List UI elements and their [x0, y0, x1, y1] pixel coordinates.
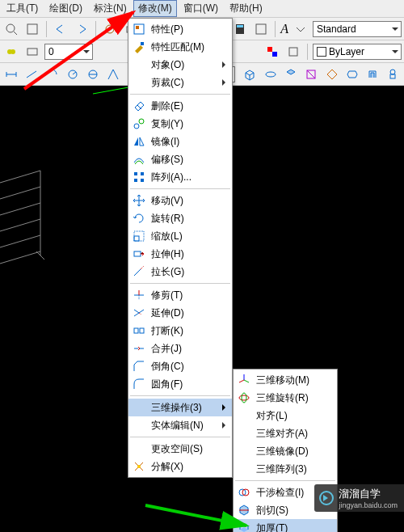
ortho-icon[interactable] [23, 20, 41, 38]
svg-line-32 [0, 187, 40, 199]
layer-combo[interactable]: 0 [44, 44, 93, 60]
join-icon [132, 341, 146, 356]
mi-mirror3d[interactable]: 三维镜像(D) [234, 442, 337, 460]
svg-line-68 [239, 380, 244, 382]
3d-icon[interactable] [364, 65, 381, 83]
text-style-combo[interactable]: Standard [313, 21, 402, 37]
text-style-value: Standard [317, 23, 356, 35]
3d-icon[interactable] [242, 65, 259, 83]
mi-chspace[interactable]: 更改空间(S) [128, 440, 232, 458]
svg-rect-48 [134, 179, 137, 182]
svg-rect-42 [141, 42, 144, 45]
mi-align[interactable]: 对齐(L) [234, 407, 337, 424]
mi-chamfer[interactable]: 倒角(C) [128, 357, 232, 375]
mi-lengthen[interactable]: 拉长(G) [128, 263, 232, 281]
mi-join[interactable]: 合并(J) [128, 340, 232, 357]
mi-explode[interactable]: 分解(X) [128, 458, 232, 475]
mi-copy[interactable]: 复制(Y) [128, 115, 232, 133]
mi-mirror[interactable]: 镜像(I) [128, 133, 232, 150]
style-dropdown-btn[interactable] [292, 20, 309, 38]
svg-point-70 [242, 393, 246, 403]
matchprop-icon [132, 40, 146, 54]
separator [95, 21, 96, 37]
redo-icon[interactable] [73, 20, 90, 38]
menu-tools[interactable]: 工具(T) [2, 0, 43, 17]
mi-stretch[interactable]: 拉伸(H) [128, 245, 232, 263]
mi-rotate3d[interactable]: 三维旋转(R) [234, 389, 337, 407]
svg-point-0 [6, 24, 15, 32]
mi-solidedit[interactable]: 实体编辑(N) [128, 416, 232, 434]
dim-icon[interactable] [23, 65, 40, 83]
action-icon[interactable] [101, 20, 119, 38]
chamfer-icon [132, 359, 146, 374]
3d-icon[interactable] [262, 65, 279, 83]
svg-point-9 [11, 49, 15, 54]
mi-move[interactable]: 移动(V) [128, 192, 232, 209]
rotate-icon [132, 211, 146, 226]
color-icon[interactable] [284, 43, 302, 61]
mi-extend[interactable]: 延伸(D) [128, 304, 232, 322]
mi-properties[interactable]: 特性(P) [128, 20, 232, 38]
mi-object[interactable]: 对象(O) [128, 56, 232, 74]
separator [46, 21, 47, 37]
color-combo[interactable]: ByLayer [313, 44, 402, 60]
find-icon[interactable] [2, 20, 20, 38]
dim-icon[interactable] [2, 65, 19, 83]
watermark-title: 溜溜自学 [339, 488, 381, 500]
mi-align3d[interactable]: 三维对齐(A) [234, 424, 337, 442]
3d-icon[interactable] [385, 65, 402, 83]
svg-line-28 [307, 70, 315, 78]
svg-rect-47 [141, 172, 144, 175]
svg-rect-2 [27, 24, 37, 34]
color-swatch [317, 47, 326, 57]
dim-icon[interactable] [64, 65, 81, 83]
svg-line-31 [0, 171, 40, 183]
mi-move3d[interactable]: 三维移动(M) [234, 371, 337, 389]
menu-help[interactable]: 帮助(H) [225, 0, 267, 17]
menu-modify[interactable]: 修改(M) [133, 0, 177, 17]
dim-icon[interactable] [84, 65, 101, 83]
color-value: ByLayer [329, 46, 364, 57]
svg-rect-61 [134, 328, 138, 333]
mi-clip[interactable]: 剪裁(C) [128, 74, 232, 91]
mi-offset[interactable]: 偏移(S) [128, 150, 232, 168]
color-icon[interactable] [263, 43, 281, 61]
menu-annotate[interactable]: 标注(N) [89, 0, 132, 17]
layer-value: 0 [48, 46, 54, 57]
play-icon [319, 491, 334, 505]
dim-icon[interactable] [104, 65, 121, 83]
3d-icon[interactable] [343, 65, 360, 83]
slice-icon [237, 503, 251, 517]
3d-icon[interactable] [303, 65, 320, 83]
mi-fillet[interactable]: 圆角(F) [128, 375, 232, 393]
modify-dropdown: 特性(P) 特性匹配(M) 对象(O) 剪裁(C) 删除(E) 复制(Y) 镜像… [128, 18, 233, 478]
menu-window[interactable]: 窗口(W) [179, 0, 223, 17]
mi-matchprop[interactable]: 特性匹配(M) [128, 38, 232, 56]
mi-3dops[interactable]: 三维操作(3) [128, 399, 232, 416]
svg-point-44 [134, 124, 139, 129]
3d-icon[interactable] [282, 65, 299, 83]
mi-array3d[interactable]: 三维阵列(3) [234, 460, 337, 478]
undo-icon[interactable] [52, 20, 69, 38]
menu-draw[interactable]: 绘图(D) [44, 0, 87, 17]
mi-break[interactable]: 打断(K) [128, 322, 232, 340]
svg-rect-41 [136, 26, 139, 29]
svg-rect-10 [27, 49, 37, 55]
dim-icon[interactable] [44, 65, 61, 83]
svg-point-29 [390, 70, 395, 74]
mi-trim[interactable]: 修剪(T) [128, 286, 232, 304]
svg-rect-13 [289, 48, 297, 56]
svg-rect-46 [134, 172, 137, 175]
layer-prop-icon[interactable] [23, 43, 41, 61]
palette-icon[interactable] [252, 20, 270, 38]
svg-point-65 [137, 465, 141, 468]
mi-thicken[interactable]: 加厚(T) [234, 519, 337, 532]
3d-icon[interactable] [323, 65, 340, 83]
offset-icon [132, 152, 146, 167]
mi-rotate[interactable]: 旋转(R) [128, 209, 232, 227]
mi-scale[interactable]: 缩放(L) [128, 227, 232, 245]
mi-array[interactable]: 阵列(A)... [128, 168, 232, 186]
mi-erase[interactable]: 删除(E) [128, 97, 232, 115]
layer-icon[interactable] [2, 43, 20, 61]
calc-icon[interactable] [231, 20, 249, 38]
